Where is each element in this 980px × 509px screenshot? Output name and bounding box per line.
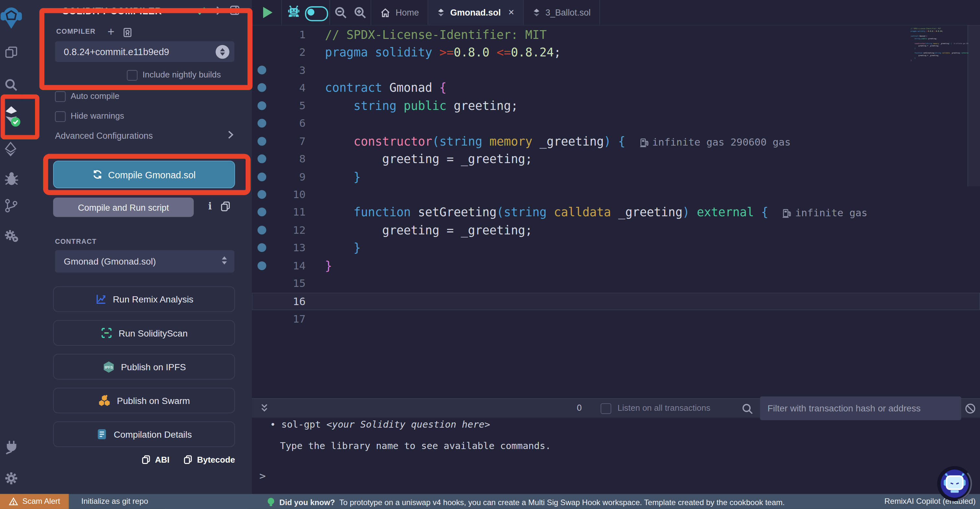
compiler-license-icon[interactable]: [122, 27, 133, 40]
line-number[interactable]: 16: [252, 292, 305, 310]
terminal-prompt[interactable]: >: [259, 469, 266, 482]
code-line-16[interactable]: 16: [252, 292, 980, 310]
line-number[interactable]: 17: [252, 310, 305, 328]
tab-home[interactable]: Home: [371, 0, 428, 25]
tab-ballot-label: 3_Ballot.sol: [546, 8, 591, 18]
git-init-button[interactable]: Initialize as git repo: [81, 497, 148, 506]
terminal-output[interactable]: • sol-gpt <your Solidity question here> …: [252, 417, 980, 494]
scan-icon: [100, 327, 113, 339]
auto-compile-label[interactable]: Auto compile: [71, 91, 119, 101]
code-line-9[interactable]: 9 }: [252, 168, 980, 186]
pin-panel-icon[interactable]: [229, 4, 241, 19]
search-icon[interactable]: [0, 78, 22, 93]
code-line-13[interactable]: 13 }: [252, 239, 980, 257]
plugin-manager-icon[interactable]: [0, 228, 22, 244]
transaction-filter-input[interactable]: [760, 396, 961, 420]
code-line-7[interactable]: 7 constructor(string memory _greeting) {…: [252, 132, 980, 150]
listen-transactions-label[interactable]: Listen on all transactions: [617, 403, 710, 413]
code-line-15[interactable]: 15: [252, 274, 980, 292]
hide-warnings-checkbox[interactable]: [55, 111, 66, 122]
line-number[interactable]: 3: [252, 61, 305, 79]
code-line-2[interactable]: 2pragma solidity >=0.8.0 <=0.8.24;: [252, 43, 980, 61]
run-remix-analysis-button[interactable]: Run Remix Analysis: [53, 286, 235, 312]
line-number[interactable]: 8: [252, 150, 305, 168]
tab-gmonad-sol[interactable]: Gmonad.sol ×: [428, 0, 524, 25]
code-line-5[interactable]: 5 string public greeting;: [252, 97, 980, 115]
publish-swarm-button[interactable]: Publish on Swarm: [53, 388, 235, 413]
panel-chevron-icon[interactable]: [214, 5, 224, 19]
tab-close-icon[interactable]: ×: [508, 7, 514, 18]
contract-select[interactable]: Gmonad (Gmonad.sol): [55, 250, 234, 272]
code-token: [325, 134, 353, 148]
code-line-12[interactable]: 12 greeting = _greeting;: [252, 221, 980, 239]
line-number[interactable]: 6: [252, 115, 305, 132]
run-solidityscan-button[interactable]: Run SolidityScan: [53, 320, 235, 346]
copy-abi[interactable]: ABI: [141, 455, 170, 464]
line-number[interactable]: 7: [252, 132, 305, 150]
line-number[interactable]: 4: [252, 79, 305, 97]
copy-bytecode[interactable]: Bytecode: [183, 455, 235, 464]
run-script-play-icon[interactable]: [263, 7, 272, 18]
zoom-out-icon[interactable]: [334, 5, 348, 22]
code-token: _greeting: [539, 134, 604, 148]
line-number[interactable]: 10: [252, 186, 305, 204]
compile-button[interactable]: Compile Gmonad.sol: [53, 161, 235, 188]
advanced-configurations[interactable]: Advanced Configurations: [55, 131, 153, 141]
zoom-in-icon[interactable]: [353, 5, 368, 22]
git-icon[interactable]: [0, 198, 22, 214]
line-number[interactable]: 2: [252, 43, 305, 61]
line-number[interactable]: 12: [252, 221, 305, 239]
compilation-details-button[interactable]: Compilation Details: [53, 421, 235, 447]
line-number[interactable]: 1: [252, 26, 305, 43]
ai-copilot-robot-icon[interactable]: [286, 5, 301, 22]
copilot-toggle[interactable]: [305, 6, 328, 21]
copy-script-icon[interactable]: [220, 201, 231, 214]
expand-terminal-icon[interactable]: [259, 402, 270, 417]
add-compiler-icon[interactable]: +: [108, 25, 115, 38]
code-line-3[interactable]: 3: [252, 61, 980, 79]
listen-transactions-checkbox[interactable]: [600, 403, 611, 414]
line-number[interactable]: 11: [252, 204, 305, 222]
editor-scrollbar[interactable]: [967, 25, 980, 187]
code-line-4[interactable]: 4contract Gmonad {: [252, 79, 980, 97]
include-nightly-checkbox[interactable]: [127, 70, 137, 81]
code-editor[interactable]: 1// SPDX-License-Identifier: MIT2pragma …: [252, 25, 980, 398]
code-line-14[interactable]: 14}: [252, 257, 980, 274]
code-line-1[interactable]: 1// SPDX-License-Identifier: MIT: [252, 26, 980, 43]
code-line-17[interactable]: 17: [252, 310, 980, 328]
plug-icon[interactable]: [0, 439, 22, 456]
auto-compile-checkbox[interactable]: [55, 91, 66, 102]
code-line-6[interactable]: 6: [252, 115, 980, 132]
line-number[interactable]: 13: [252, 239, 305, 257]
info-icon[interactable]: i: [205, 201, 215, 212]
line-number[interactable]: 15: [252, 274, 305, 292]
file-explorer-icon[interactable]: [0, 45, 22, 60]
code-line-10[interactable]: 10: [252, 186, 980, 204]
line-number[interactable]: 14: [252, 257, 305, 274]
compiler-version-select[interactable]: 0.8.24+commit.e11b9ed9: [55, 41, 234, 62]
line-number[interactable]: 5: [252, 97, 305, 115]
publish-ipfs-button[interactable]: IPFS Publish on IPFS: [53, 354, 235, 380]
hide-warnings-label[interactable]: Hide warnings: [71, 111, 124, 121]
deploy-run-icon[interactable]: [0, 141, 22, 158]
code-token: (: [496, 205, 504, 219]
solidity-compiler-icon[interactable]: [0, 104, 22, 128]
scam-alert-button[interactable]: Scam Alert: [0, 494, 69, 509]
include-nightly-label[interactable]: Include nightly builds: [143, 70, 221, 80]
clear-terminal-icon[interactable]: [964, 403, 977, 417]
debugger-icon[interactable]: [0, 171, 22, 187]
tab-ballot-sol[interactable]: 3_Ballot.sol: [523, 0, 600, 25]
code-token: memory: [489, 134, 539, 148]
compile-and-run-button[interactable]: Compile and Run script: [53, 198, 194, 217]
remix-logo-icon[interactable]: [0, 4, 22, 30]
editor-minimap[interactable]: // SPDX-License-Identifier: MITpragma so…: [911, 27, 968, 102]
code-token: greeting = _greeting;: [325, 152, 533, 166]
settings-gear-icon[interactable]: [0, 470, 22, 486]
code-line-11[interactable]: 11 function setGreeting(string calldata …: [252, 204, 980, 222]
line-number[interactable]: 9: [252, 168, 305, 186]
advanced-chevron-icon[interactable]: [226, 129, 235, 142]
terminal-search-icon[interactable]: [741, 403, 754, 418]
remix-ai-assistant-button[interactable]: [936, 465, 973, 502]
code-line-8[interactable]: 8 greeting = _greeting;: [252, 150, 980, 168]
code-text: }: [325, 239, 361, 257]
